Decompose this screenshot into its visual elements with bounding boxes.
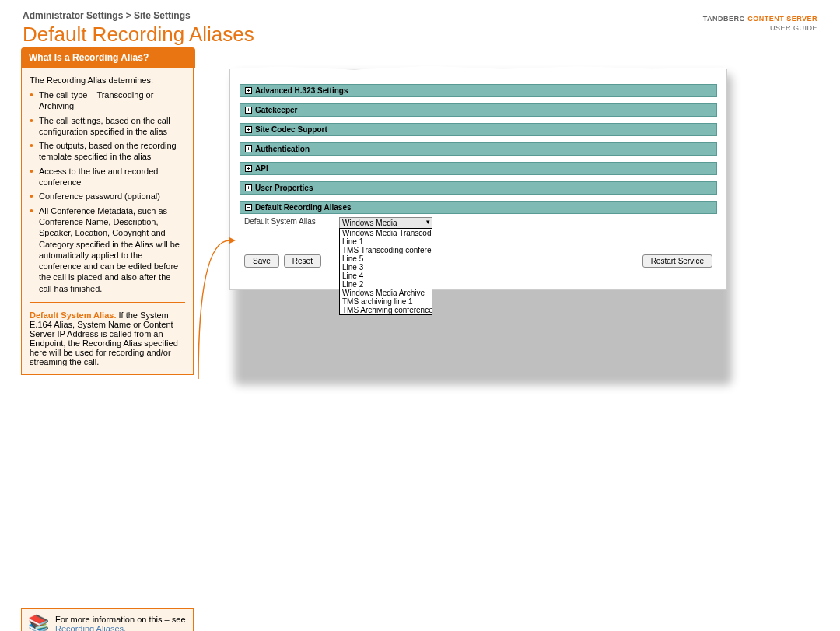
section-default-recording-aliases[interactable]: −Default Recording Aliases [240, 201, 717, 214]
settings-screenshot: +Advanced H.323 Settings +Gatekeeper +Si… [229, 69, 727, 290]
sidebar-bullet: The call settings, based on the call con… [30, 115, 185, 138]
sidebar-tab-title: What Is a Recording Alias? [21, 47, 195, 68]
alias-option[interactable]: TMS Transcoding conference [340, 246, 432, 254]
sidebar-bullet: The call type – Transcoding or Archiving [30, 89, 185, 112]
sidebar-bullet-list: The call type – Transcoding or Archiving… [30, 89, 185, 294]
alias-option[interactable]: Line 2 [340, 280, 432, 289]
sidebar-bullet: Conference password (optional) [30, 191, 185, 202]
alias-option[interactable]: Line 3 [340, 263, 432, 272]
section-gatekeeper[interactable]: +Gatekeeper [240, 103, 717, 117]
sidebar-bullet: The outputs, based on the recording temp… [30, 140, 185, 163]
alias-option[interactable]: TMS archiving line 1 [340, 297, 432, 306]
sidebar-bullet: All Conference Metadata, such as Confere… [30, 205, 185, 294]
sidebar-panel: The Recording Alias determines: The call… [21, 68, 194, 375]
restart-service-button[interactable]: Restart Service [642, 254, 712, 268]
alias-option[interactable]: Line 4 [340, 272, 432, 280]
recording-aliases-link[interactable]: Recording Aliases [55, 624, 124, 631]
more-info-box: 📚 For more information on this – see Rec… [21, 608, 194, 631]
alias-option[interactable]: Line 5 [340, 254, 432, 263]
section-site-codec[interactable]: +Site Codec Support [240, 123, 717, 136]
reset-button[interactable]: Reset [284, 254, 321, 268]
default-system-alias-label: Default System Alias [244, 217, 333, 226]
sidebar-default-desc: Default System Alias. If the System E.16… [30, 310, 185, 366]
page-title: Default Recording Aliases [23, 23, 817, 47]
sidebar-bullet: Access to the live and recorded conferen… [30, 166, 185, 188]
alias-option[interactable]: Windows Media Archive [340, 289, 432, 297]
brand-block: TANDBERG CONTENT SERVER USER GUIDE [703, 15, 817, 33]
save-button[interactable]: Save [244, 254, 279, 268]
books-icon: 📚 [28, 614, 49, 631]
section-user-properties[interactable]: +User Properties [240, 181, 717, 195]
section-advanced-h323[interactable]: +Advanced H.323 Settings [240, 84, 717, 97]
sidebar-intro: The Recording Alias determines: [30, 75, 185, 85]
section-authentication[interactable]: +Authentication [240, 142, 717, 156]
alias-dropdown-list[interactable]: Windows Media Transcode Line 1 TMS Trans… [339, 228, 432, 315]
section-api[interactable]: +API [240, 162, 717, 175]
breadcrumb: Administrator Settings > Site Settings [23, 10, 817, 21]
alias-option[interactable]: TMS Archiving conference [340, 306, 432, 314]
alias-option[interactable]: Windows Media Transcode [340, 229, 432, 237]
alias-option[interactable]: Line 1 [340, 237, 432, 246]
